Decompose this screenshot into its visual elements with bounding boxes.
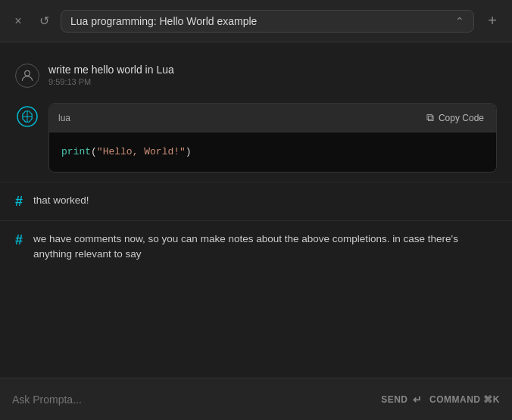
- refresh-button[interactable]: ↺: [35, 12, 53, 30]
- send-button[interactable]: SEND ↵: [381, 394, 422, 406]
- new-tab-button[interactable]: +: [482, 11, 503, 32]
- window-title: Lua programming: Hello World example: [70, 15, 257, 27]
- top-bar: × ↺ Lua programming: Hello World example…: [0, 0, 512, 42]
- command-button[interactable]: COMMAND ⌘K: [429, 394, 500, 405]
- code-paren-open: (: [91, 146, 97, 157]
- code-lang: lua: [58, 113, 70, 123]
- code-paren-close: ): [186, 146, 192, 157]
- user-content: write me hello world in Lua 9:59:13 PM: [48, 64, 174, 86]
- user-time: 9:59:13 PM: [48, 77, 174, 86]
- send-label: SEND: [381, 394, 407, 405]
- chevron-icon: ⌃: [455, 15, 464, 27]
- comment-row-2: # we have comments now, so you can make …: [0, 220, 512, 273]
- bottom-bar: SEND ↵ COMMAND ⌘K: [0, 378, 512, 420]
- close-button[interactable]: ×: [9, 12, 27, 30]
- copy-code-label: Copy Code: [439, 113, 484, 123]
- svg-point-0: [25, 70, 30, 76]
- code-header: lua ⧉ Copy Code: [49, 104, 496, 132]
- comment-text-2: we have comments now, so you can make no…: [33, 232, 497, 263]
- comment-row-1: # that worked!: [0, 182, 512, 220]
- ai-content: lua ⧉ Copy Code print("Hello, World!"): [48, 103, 497, 173]
- send-enter-icon: ↵: [413, 394, 423, 406]
- title-box: Lua programming: Hello World example ⌃: [61, 10, 474, 33]
- code-function: print: [61, 146, 91, 157]
- ai-message: lua ⧉ Copy Code print("Hello, World!"): [0, 97, 512, 182]
- copy-code-button[interactable]: ⧉ Copy Code: [423, 110, 487, 126]
- user-message: write me hello world in Lua 9:59:13 PM: [0, 54, 512, 97]
- user-text: write me hello world in Lua: [48, 64, 174, 76]
- code-block: lua ⧉ Copy Code print("Hello, World!"): [48, 103, 497, 173]
- code-string: "Hello, World!": [97, 146, 186, 157]
- ask-input[interactable]: [12, 394, 373, 406]
- comment-text-1: that worked!: [33, 193, 89, 208]
- copy-icon: ⧉: [426, 111, 434, 124]
- chat-area: write me hello world in Lua 9:59:13 PM l…: [0, 42, 512, 378]
- code-content: print("Hello, World!"): [49, 132, 496, 172]
- avatar: [15, 64, 39, 88]
- command-label: COMMAND ⌘K: [429, 394, 500, 405]
- ai-icon: [15, 104, 39, 129]
- comment-hash-1: #: [15, 194, 23, 210]
- comment-hash-2: #: [15, 232, 23, 248]
